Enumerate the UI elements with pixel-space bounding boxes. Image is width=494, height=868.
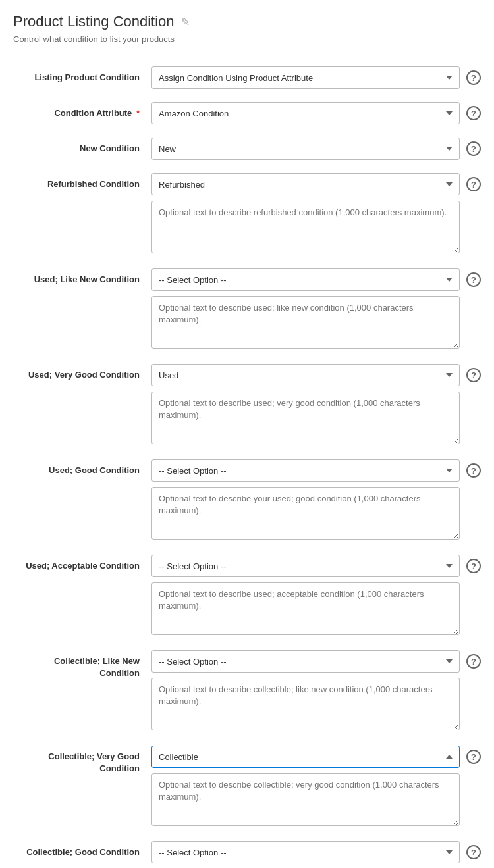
select-used_acceptable_condition[interactable]: -- Select Option --: [151, 555, 460, 577]
label-collectible_very_good_condition: Collectible; Very Good Condition: [13, 746, 151, 775]
label-used_like_new_condition: Used; Like New Condition: [13, 268, 151, 286]
control-wrap-collectible_good_condition: -- Select Option --: [151, 841, 460, 868]
page-title-container: Product Listing Condition ✎: [13, 13, 481, 30]
control-wrap-used_good_condition: -- Select Option --: [151, 459, 460, 542]
help-icon-used_like_new_condition[interactable]: ?: [466, 272, 481, 287]
field-used_good_condition: -- Select Option --?: [151, 459, 481, 542]
field-used_like_new_condition: -- Select Option --?: [151, 268, 481, 351]
control-wrap-new_condition: New: [151, 138, 460, 160]
form-row-new_condition: New ConditionNew?: [13, 131, 481, 166]
select-used_very_good_condition[interactable]: Used: [151, 364, 460, 386]
help-icon-refurbished_condition[interactable]: ?: [466, 177, 481, 191]
help-icon-collectible_very_good_condition[interactable]: ?: [466, 750, 481, 764]
label-new_condition: New Condition: [13, 138, 151, 155]
form-row-used_like_new_condition: Used; Like New Condition-- Select Option…: [13, 262, 481, 357]
label-collectible_like_new_condition: Collectible; Like New Condition: [13, 650, 151, 679]
form-row-collectible_like_new_condition: Collectible; Like New Condition-- Select…: [13, 644, 481, 739]
help-icon-collectible_good_condition[interactable]: ?: [466, 845, 481, 859]
form-container: Listing Product ConditionAssign Conditio…: [13, 60, 481, 868]
field-used_very_good_condition: Used?: [151, 364, 481, 446]
field-condition_attribute: Amazon Condition?: [151, 102, 481, 124]
form-row-condition_attribute: Condition Attribute *Amazon Condition?: [13, 95, 481, 131]
field-listing_product_condition: Assign Condition Using Product Attribute…: [151, 66, 481, 89]
field-collectible_like_new_condition: -- Select Option --?: [151, 650, 481, 732]
label-collectible_good_condition: Collectible; Good Condition: [13, 841, 151, 858]
edit-icon[interactable]: ✎: [181, 16, 190, 28]
form-row-listing_product_condition: Listing Product ConditionAssign Conditio…: [13, 60, 481, 95]
page-subtitle: Control what condition to list your prod…: [13, 34, 481, 44]
help-icon-listing_product_condition[interactable]: ?: [466, 70, 481, 85]
field-used_acceptable_condition: -- Select Option --?: [151, 555, 481, 637]
textarea-used_good_condition[interactable]: [151, 487, 460, 540]
select-condition_attribute[interactable]: Amazon Condition: [151, 102, 460, 124]
form-row-used_good_condition: Used; Good Condition-- Select Option --?: [13, 453, 481, 548]
form-row-used_very_good_condition: Used; Very Good ConditionUsed?: [13, 357, 481, 453]
label-condition_attribute: Condition Attribute *: [13, 102, 151, 119]
textarea-collectible_like_new_condition[interactable]: [151, 678, 460, 730]
help-icon-condition_attribute[interactable]: ?: [466, 106, 481, 120]
label-refurbished_condition: Refurbished Condition: [13, 173, 151, 190]
select-used_good_condition[interactable]: -- Select Option --: [151, 459, 460, 482]
field-collectible_very_good_condition: Collectible?: [151, 746, 481, 828]
help-icon-used_acceptable_condition[interactable]: ?: [466, 559, 481, 573]
control-wrap-refurbished_condition: Refurbished: [151, 173, 460, 255]
select-listing_product_condition[interactable]: Assign Condition Using Product Attribute: [151, 66, 460, 89]
control-wrap-condition_attribute: Amazon Condition: [151, 102, 460, 124]
help-icon-used_very_good_condition[interactable]: ?: [466, 368, 481, 382]
control-wrap-used_very_good_condition: Used: [151, 364, 460, 446]
select-collectible_like_new_condition[interactable]: -- Select Option --: [151, 650, 460, 673]
page-title: Product Listing Condition: [13, 13, 175, 30]
textarea-used_like_new_condition[interactable]: [151, 296, 460, 349]
control-wrap-used_acceptable_condition: -- Select Option --: [151, 555, 460, 637]
control-wrap-collectible_like_new_condition: -- Select Option --: [151, 650, 460, 732]
label-used_very_good_condition: Used; Very Good Condition: [13, 364, 151, 381]
select-refurbished_condition[interactable]: Refurbished: [151, 173, 460, 195]
label-listing_product_condition: Listing Product Condition: [13, 66, 151, 84]
help-icon-collectible_like_new_condition[interactable]: ?: [466, 654, 481, 669]
required-condition_attribute: *: [134, 108, 140, 118]
label-used_good_condition: Used; Good Condition: [13, 459, 151, 476]
textarea-used_acceptable_condition[interactable]: [151, 582, 460, 635]
select-collectible_very_good_condition[interactable]: Collectible: [151, 746, 460, 768]
form-row-collectible_good_condition: Collectible; Good Condition-- Select Opt…: [13, 834, 481, 868]
textarea-refurbished_condition[interactable]: [151, 201, 460, 253]
form-row-refurbished_condition: Refurbished ConditionRefurbished?: [13, 166, 481, 262]
form-row-used_acceptable_condition: Used; Acceptable Condition-- Select Opti…: [13, 548, 481, 644]
select-used_like_new_condition[interactable]: -- Select Option --: [151, 268, 460, 291]
field-refurbished_condition: Refurbished?: [151, 173, 481, 255]
textarea-collectible_very_good_condition[interactable]: [151, 773, 460, 826]
select-collectible_good_condition[interactable]: -- Select Option --: [151, 841, 460, 863]
select-new_condition[interactable]: New: [151, 138, 460, 160]
control-wrap-listing_product_condition: Assign Condition Using Product Attribute: [151, 66, 460, 89]
control-wrap-collectible_very_good_condition: Collectible: [151, 746, 460, 828]
field-collectible_good_condition: -- Select Option --?: [151, 841, 481, 868]
control-wrap-used_like_new_condition: -- Select Option --: [151, 268, 460, 351]
field-new_condition: New?: [151, 138, 481, 160]
help-icon-new_condition[interactable]: ?: [466, 141, 481, 156]
textarea-used_very_good_condition[interactable]: [151, 392, 460, 444]
label-used_acceptable_condition: Used; Acceptable Condition: [13, 555, 151, 572]
form-row-collectible_very_good_condition: Collectible; Very Good ConditionCollecti…: [13, 739, 481, 834]
help-icon-used_good_condition[interactable]: ?: [466, 463, 481, 478]
